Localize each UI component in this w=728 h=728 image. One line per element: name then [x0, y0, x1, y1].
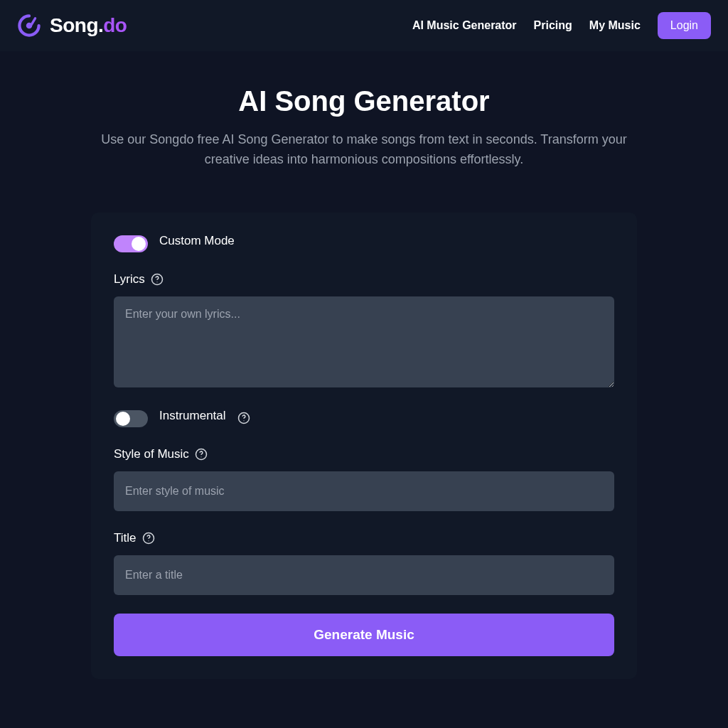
help-circle-icon[interactable]	[195, 448, 208, 461]
toggle-knob	[132, 237, 146, 251]
logo-text: Song.do	[50, 14, 127, 37]
custom-mode-label: Custom Mode	[159, 234, 235, 248]
login-button[interactable]: Login	[658, 12, 711, 39]
svg-point-6	[200, 456, 201, 457]
style-field: Style of Music	[114, 447, 614, 511]
instrumental-row: Instrumental	[114, 410, 614, 427]
custom-mode-toggle[interactable]	[114, 235, 148, 252]
help-circle-icon[interactable]	[142, 532, 155, 545]
nav-link-my-music[interactable]: My Music	[589, 19, 641, 32]
svg-point-4	[243, 420, 244, 421]
page-subtitle: Use our Songdo free AI Song Generator to…	[87, 130, 641, 170]
main-nav: AI Music Generator Pricing My Music Logi…	[412, 12, 711, 39]
help-circle-icon[interactable]	[151, 273, 164, 286]
nav-link-generator[interactable]: AI Music Generator	[412, 19, 517, 32]
hero-section: AI Song Generator Use our Songdo free AI…	[0, 51, 728, 193]
nav-link-pricing[interactable]: Pricing	[534, 19, 572, 32]
svg-point-2	[156, 282, 157, 282]
toggle-knob	[116, 412, 130, 426]
lyrics-field: Lyrics	[114, 272, 614, 390]
app-header: Song.do AI Music Generator Pricing My Mu…	[0, 0, 728, 51]
instrumental-label: Instrumental	[159, 409, 226, 423]
instrumental-toggle[interactable]	[114, 410, 148, 427]
style-label: Style of Music	[114, 447, 189, 461]
lyrics-input[interactable]	[114, 296, 614, 387]
lyrics-label: Lyrics	[114, 272, 145, 287]
generate-music-button[interactable]: Generate Music	[114, 614, 614, 656]
style-input[interactable]	[114, 471, 614, 511]
logo[interactable]: Song.do	[17, 14, 127, 38]
title-input[interactable]	[114, 555, 614, 595]
page-title: AI Song Generator	[17, 85, 711, 117]
title-label: Title	[114, 531, 136, 545]
music-note-icon	[17, 14, 41, 38]
svg-point-8	[148, 540, 149, 541]
help-circle-icon[interactable]	[237, 412, 250, 424]
title-field: Title	[114, 531, 614, 595]
custom-mode-row: Custom Mode	[114, 235, 614, 252]
generator-panel: Custom Mode Lyrics Instrumental	[91, 213, 637, 679]
